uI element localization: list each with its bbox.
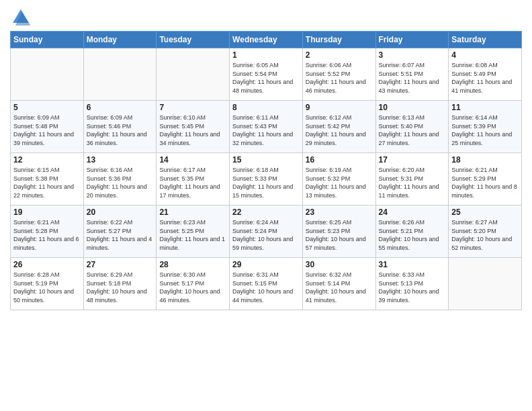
calendar-cell: 28 Sunrise: 6:30 AMSunset: 5:17 PMDaylig… bbox=[157, 258, 230, 310]
cell-content: Sunrise: 6:09 AMSunset: 5:46 PMDaylight:… bbox=[87, 113, 154, 147]
weekday-header-tuesday: Tuesday bbox=[157, 32, 230, 48]
day-number: 5 bbox=[13, 103, 81, 112]
cell-content: Sunrise: 6:20 AMSunset: 5:31 PMDaylight:… bbox=[379, 166, 446, 199]
cell-content: Sunrise: 6:24 AMSunset: 5:24 PMDaylight:… bbox=[232, 218, 300, 252]
day-number: 11 bbox=[451, 103, 519, 112]
cell-content: Sunrise: 6:10 AMSunset: 5:45 PMDaylight:… bbox=[159, 113, 226, 147]
cell-content: Sunrise: 6:27 AMSunset: 5:20 PMDaylight:… bbox=[451, 218, 519, 252]
calendar-cell: 22 Sunrise: 6:24 AMSunset: 5:24 PMDaylig… bbox=[230, 205, 303, 258]
day-number: 31 bbox=[379, 260, 446, 269]
weekday-header-wednesday: Wednesday bbox=[230, 32, 303, 48]
week-row-5: 26 Sunrise: 6:28 AMSunset: 5:19 PMDaylig… bbox=[11, 258, 522, 310]
calendar-cell: 14 Sunrise: 6:17 AMSunset: 5:35 PMDaylig… bbox=[157, 153, 230, 205]
day-number: 29 bbox=[232, 260, 300, 269]
calendar-cell: 9 Sunrise: 6:12 AMSunset: 5:42 PMDayligh… bbox=[302, 101, 375, 153]
cell-content: Sunrise: 6:08 AMSunset: 5:49 PMDaylight:… bbox=[451, 61, 519, 95]
cell-content: Sunrise: 6:23 AMSunset: 5:25 PMDaylight:… bbox=[159, 218, 226, 252]
cell-content: Sunrise: 6:11 AMSunset: 5:43 PMDaylight:… bbox=[232, 113, 300, 147]
day-number: 17 bbox=[379, 155, 446, 165]
day-number: 26 bbox=[13, 260, 81, 269]
cell-content: Sunrise: 6:15 AMSunset: 5:38 PMDaylight:… bbox=[13, 166, 81, 199]
cell-content: Sunrise: 6:06 AMSunset: 5:52 PMDaylight:… bbox=[306, 61, 373, 95]
logo bbox=[10, 7, 34, 28]
calendar-cell: 30 Sunrise: 6:32 AMSunset: 5:14 PMDaylig… bbox=[302, 258, 375, 310]
cell-content: Sunrise: 6:33 AMSunset: 5:13 PMDaylight:… bbox=[379, 271, 446, 304]
day-number: 8 bbox=[232, 103, 300, 112]
calendar-cell: 13 Sunrise: 6:16 AMSunset: 5:36 PMDaylig… bbox=[83, 153, 157, 205]
calendar-cell: 10 Sunrise: 6:13 AMSunset: 5:40 PMDaylig… bbox=[375, 101, 449, 153]
cell-content: Sunrise: 6:25 AMSunset: 5:23 PMDaylight:… bbox=[306, 218, 373, 252]
calendar-cell: 24 Sunrise: 6:26 AMSunset: 5:21 PMDaylig… bbox=[375, 205, 449, 258]
weekday-header-sunday: Sunday bbox=[11, 32, 84, 48]
cell-content: Sunrise: 6:12 AMSunset: 5:42 PMDaylight:… bbox=[306, 113, 373, 147]
day-number: 4 bbox=[451, 50, 519, 60]
day-number: 3 bbox=[379, 50, 446, 60]
cell-content: Sunrise: 6:16 AMSunset: 5:36 PMDaylight:… bbox=[87, 166, 154, 199]
day-number: 7 bbox=[159, 103, 226, 112]
day-number: 20 bbox=[87, 208, 154, 217]
day-number: 14 bbox=[159, 155, 226, 165]
calendar-cell: 6 Sunrise: 6:09 AMSunset: 5:46 PMDayligh… bbox=[83, 101, 157, 153]
calendar-cell: 20 Sunrise: 6:22 AMSunset: 5:27 PMDaylig… bbox=[83, 205, 157, 258]
calendar-cell: 26 Sunrise: 6:28 AMSunset: 5:19 PMDaylig… bbox=[11, 258, 84, 310]
calendar-cell: 25 Sunrise: 6:27 AMSunset: 5:20 PMDaylig… bbox=[449, 205, 522, 258]
calendar-cell: 3 Sunrise: 6:07 AMSunset: 5:51 PMDayligh… bbox=[375, 48, 449, 101]
calendar-cell: 16 Sunrise: 6:19 AMSunset: 5:32 PMDaylig… bbox=[302, 153, 375, 205]
week-row-1: 1 Sunrise: 6:05 AMSunset: 5:54 PMDayligh… bbox=[11, 48, 522, 101]
calendar-cell: 15 Sunrise: 6:18 AMSunset: 5:33 PMDaylig… bbox=[230, 153, 303, 205]
calendar-cell: 7 Sunrise: 6:10 AMSunset: 5:45 PMDayligh… bbox=[157, 101, 230, 153]
cell-content: Sunrise: 6:32 AMSunset: 5:14 PMDaylight:… bbox=[306, 271, 373, 304]
cell-content: Sunrise: 6:19 AMSunset: 5:32 PMDaylight:… bbox=[306, 166, 373, 199]
calendar-table: SundayMondayTuesdayWednesdayThursdayFrid… bbox=[10, 31, 522, 310]
day-number: 28 bbox=[159, 260, 226, 269]
day-number: 25 bbox=[451, 208, 519, 217]
calendar-cell: 12 Sunrise: 6:15 AMSunset: 5:38 PMDaylig… bbox=[11, 153, 84, 205]
day-number: 12 bbox=[13, 155, 81, 165]
cell-content: Sunrise: 6:30 AMSunset: 5:17 PMDaylight:… bbox=[159, 271, 226, 304]
calendar-cell bbox=[83, 48, 157, 101]
cell-content: Sunrise: 6:05 AMSunset: 5:54 PMDaylight:… bbox=[232, 61, 300, 95]
week-row-2: 5 Sunrise: 6:09 AMSunset: 5:48 PMDayligh… bbox=[11, 101, 522, 153]
cell-content: Sunrise: 6:14 AMSunset: 5:39 PMDaylight:… bbox=[451, 113, 519, 147]
week-row-4: 19 Sunrise: 6:21 AMSunset: 5:28 PMDaylig… bbox=[11, 205, 522, 258]
weekday-header-row: SundayMondayTuesdayWednesdayThursdayFrid… bbox=[11, 32, 522, 48]
weekday-header-friday: Friday bbox=[375, 32, 449, 48]
day-number: 6 bbox=[87, 103, 154, 112]
cell-content: Sunrise: 6:21 AMSunset: 5:29 PMDaylight:… bbox=[451, 166, 519, 199]
cell-content: Sunrise: 6:21 AMSunset: 5:28 PMDaylight:… bbox=[13, 218, 81, 252]
calendar-cell: 5 Sunrise: 6:09 AMSunset: 5:48 PMDayligh… bbox=[11, 101, 84, 153]
calendar-cell: 23 Sunrise: 6:25 AMSunset: 5:23 PMDaylig… bbox=[302, 205, 375, 258]
day-number: 18 bbox=[451, 155, 519, 165]
cell-content: Sunrise: 6:22 AMSunset: 5:27 PMDaylight:… bbox=[87, 218, 154, 252]
day-number: 2 bbox=[306, 50, 373, 60]
day-number: 22 bbox=[232, 208, 300, 217]
day-number: 15 bbox=[232, 155, 300, 165]
day-number: 10 bbox=[379, 103, 446, 112]
calendar-cell: 19 Sunrise: 6:21 AMSunset: 5:28 PMDaylig… bbox=[11, 205, 84, 258]
day-number: 24 bbox=[379, 208, 446, 217]
cell-content: Sunrise: 6:31 AMSunset: 5:15 PMDaylight:… bbox=[232, 271, 300, 304]
cell-content: Sunrise: 6:07 AMSunset: 5:51 PMDaylight:… bbox=[379, 61, 446, 95]
header bbox=[10, 7, 522, 28]
weekday-header-thursday: Thursday bbox=[302, 32, 375, 48]
day-number: 19 bbox=[13, 208, 81, 217]
calendar-cell: 31 Sunrise: 6:33 AMSunset: 5:13 PMDaylig… bbox=[375, 258, 449, 310]
day-number: 27 bbox=[87, 260, 154, 269]
calendar-cell: 8 Sunrise: 6:11 AMSunset: 5:43 PMDayligh… bbox=[230, 101, 303, 153]
day-number: 9 bbox=[306, 103, 373, 112]
cell-content: Sunrise: 6:26 AMSunset: 5:21 PMDaylight:… bbox=[379, 218, 446, 252]
cell-content: Sunrise: 6:28 AMSunset: 5:19 PMDaylight:… bbox=[13, 271, 81, 304]
day-number: 16 bbox=[306, 155, 373, 165]
calendar-cell: 11 Sunrise: 6:14 AMSunset: 5:39 PMDaylig… bbox=[449, 101, 522, 153]
calendar-cell bbox=[11, 48, 84, 101]
calendar-cell bbox=[157, 48, 230, 101]
calendar-cell: 27 Sunrise: 6:29 AMSunset: 5:18 PMDaylig… bbox=[83, 258, 157, 310]
day-number: 13 bbox=[87, 155, 154, 165]
calendar-cell: 18 Sunrise: 6:21 AMSunset: 5:29 PMDaylig… bbox=[449, 153, 522, 205]
calendar-cell: 2 Sunrise: 6:06 AMSunset: 5:52 PMDayligh… bbox=[302, 48, 375, 101]
calendar-cell: 29 Sunrise: 6:31 AMSunset: 5:15 PMDaylig… bbox=[230, 258, 303, 310]
calendar-cell: 21 Sunrise: 6:23 AMSunset: 5:25 PMDaylig… bbox=[157, 205, 230, 258]
weekday-header-monday: Monday bbox=[83, 32, 157, 48]
week-row-3: 12 Sunrise: 6:15 AMSunset: 5:38 PMDaylig… bbox=[11, 153, 522, 205]
cell-content: Sunrise: 6:29 AMSunset: 5:18 PMDaylight:… bbox=[87, 271, 154, 304]
